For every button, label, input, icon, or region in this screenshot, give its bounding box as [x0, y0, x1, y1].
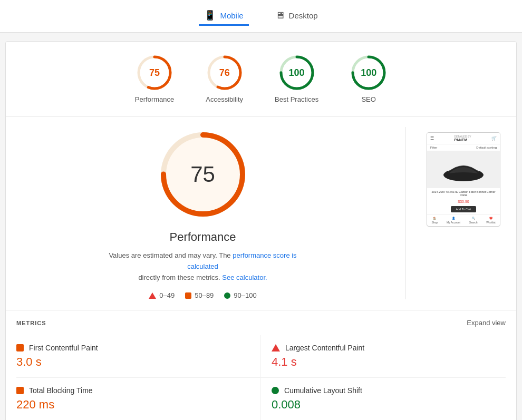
metrics-section: METRICS Expand view First Contentful Pai… [6, 310, 516, 420]
score-value-performance: 75 [149, 67, 160, 79]
score-label-seo: SEO [361, 95, 375, 103]
desktop-icon: 🖥 [275, 10, 285, 21]
tab-desktop[interactable]: 🖥 Desktop [270, 6, 323, 26]
phone-sort-label: Default sorting [476, 146, 497, 149]
right-panel: ☰ DETAILED BY PANEM 🛒 Filter Default sor… [421, 127, 506, 299]
legend-triangle-icon [149, 292, 156, 299]
score-seo: 100 SEO [350, 54, 387, 103]
score-circle-seo: 100 [350, 54, 387, 91]
scores-row: 75 Performance 76 Accessibility 10 [6, 42, 516, 116]
phone-brand: DETAILED BY PANEM [454, 135, 471, 142]
score-value-seo: 100 [361, 67, 376, 79]
legend-circle-icon [224, 292, 230, 299]
score-label-accessibility: Accessibility [206, 95, 243, 103]
phone-nav-wishlist: ❤️ Wishlist [486, 217, 495, 224]
score-accessibility: 76 Accessibility [206, 54, 243, 103]
legend-0-49: 0–49 [149, 291, 175, 299]
phone-add-to-cart-button[interactable]: Add To Cart [451, 206, 477, 212]
phone-shop-icon: 🏠 [433, 217, 436, 220]
phone-cart-icon: 🛒 [491, 136, 497, 141]
score-label-performance: Performance [135, 95, 174, 103]
score-circle-performance: 75 [136, 54, 173, 91]
content-area: 75 Performance Values are estimated and … [6, 116, 516, 310]
left-panel: 75 Performance Values are estimated and … [16, 127, 389, 299]
tbt-indicator-icon [16, 387, 24, 394]
phone-nav-shop: 🏠 Shop [431, 217, 438, 224]
phone-filter-label: Filter [430, 146, 437, 149]
mobile-icon: 📱 [204, 9, 216, 21]
phone-search-icon: 🔍 [472, 217, 475, 220]
metric-lcp-name-row: Largest Contentful Paint [272, 344, 506, 352]
phone-account-icon: 👤 [452, 217, 455, 220]
legend-square-icon [185, 292, 191, 299]
cls-value: 0.008 [272, 398, 506, 412]
phone-nav-search: 🔍 Search [469, 217, 478, 224]
legend-50-89: 50–89 [185, 291, 214, 299]
legend: 0–49 50–89 90–100 [149, 291, 256, 299]
score-value-best-practices: 100 [289, 67, 305, 79]
big-score-value: 75 [190, 162, 215, 187]
phone-menu-icon: ☰ [430, 136, 434, 141]
metric-cls-name-row: Cumulative Layout Shift [272, 386, 506, 395]
metrics-header: METRICS Expand view [16, 319, 506, 327]
metric-lcp: Largest Contentful Paint 4.1 s [261, 335, 506, 378]
score-circle-accessibility: 76 [206, 54, 243, 91]
tbt-label: Total Blocking Time [29, 386, 93, 395]
metrics-title: METRICS [16, 320, 46, 326]
legend-label-50-89: 50–89 [195, 291, 214, 299]
legend-label-90-100: 90–100 [234, 291, 256, 299]
lcp-indicator-icon [272, 344, 280, 351]
calculator-link[interactable]: See calculator. [222, 274, 267, 281]
expand-view-button[interactable]: Expand view [467, 319, 506, 327]
fcp-value: 3.0 s [16, 355, 250, 369]
lcp-label: Largest Contentful Paint [285, 344, 364, 352]
metrics-grid: First Contentful Paint 3.0 s Largest Con… [16, 335, 506, 420]
phone-filter-bar: Filter Default sorting [427, 144, 500, 151]
metric-fcp-name-row: First Contentful Paint [16, 344, 250, 352]
metric-tbt-name-row: Total Blocking Time [16, 386, 250, 395]
tabs-container: 📱 Mobile 🖥 Desktop [0, 0, 522, 33]
metric-tbt: Total Blocking Time 220 ms [16, 378, 261, 420]
vertical-divider [405, 127, 405, 299]
phone-product-desc: 2014-2007 NRKSTE Carbon Fiber Bonnet Cor… [427, 188, 500, 199]
phone-wishlist-icon: ❤️ [489, 217, 492, 220]
main-card: 75 Performance 76 Accessibility 10 [5, 41, 517, 420]
phone-nav-account: 👤 My Account [447, 217, 460, 224]
tab-desktop-label: Desktop [289, 11, 318, 20]
tab-mobile-label: Mobile [220, 11, 243, 20]
score-performance: 75 Performance [135, 54, 174, 103]
phone-preview: ☰ DETAILED BY PANEM 🛒 Filter Default sor… [427, 132, 500, 227]
metric-cls: Cumulative Layout Shift 0.008 [261, 378, 506, 420]
tbt-value: 220 ms [16, 398, 250, 412]
lcp-value: 4.1 s [272, 355, 506, 369]
phone-header: ☰ DETAILED BY PANEM 🛒 [427, 133, 500, 144]
phone-product-price: $30.90 [427, 199, 500, 204]
phone-nav: 🏠 Shop 👤 My Account 🔍 Search ❤️ Wishlist [427, 214, 500, 226]
tab-mobile[interactable]: 📱 Mobile [199, 6, 248, 26]
cls-indicator-icon [272, 387, 279, 394]
fcp-indicator-icon [16, 344, 24, 351]
legend-90-100: 90–100 [224, 291, 256, 299]
info-text: Values are estimated and may vary. The p… [103, 250, 303, 283]
score-label-best-practices: Best Practices [275, 95, 318, 103]
cls-label: Cumulative Layout Shift [284, 386, 362, 395]
big-score-circle: 75 [156, 127, 250, 222]
perf-title: Performance [170, 230, 236, 244]
product-svg [442, 157, 485, 183]
score-circle-best-practices: 100 [278, 54, 315, 91]
score-best-practices: 100 Best Practices [275, 54, 318, 103]
legend-label-0-49: 0–49 [159, 291, 175, 299]
score-value-accessibility: 76 [219, 67, 230, 79]
fcp-label: First Contentful Paint [29, 344, 98, 352]
phone-product-image [427, 151, 500, 188]
metric-fcp: First Contentful Paint 3.0 s [16, 335, 261, 378]
